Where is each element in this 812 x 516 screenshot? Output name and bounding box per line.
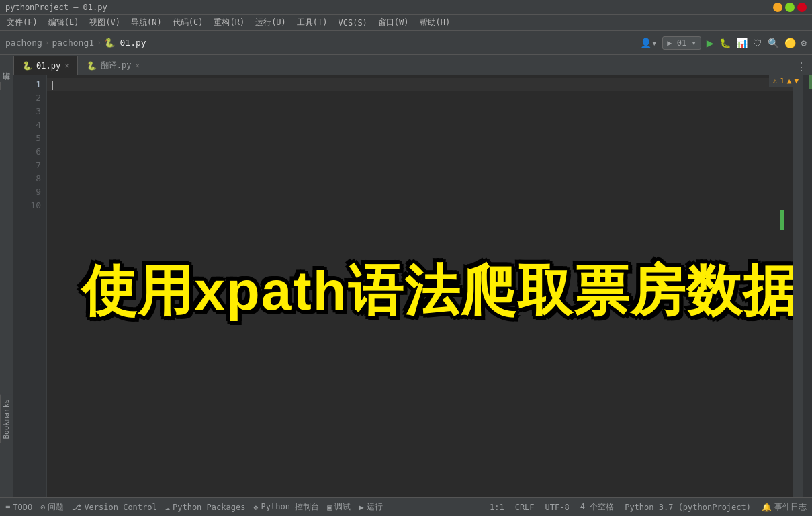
tab-icon-01py: 🐍 bbox=[22, 61, 32, 71]
tab-close-01py[interactable]: ✕ bbox=[64, 61, 69, 70]
line-number-9: 9 bbox=[36, 185, 41, 199]
debug-button[interactable]: 🐛 bbox=[719, 38, 731, 48]
tab-icon-fanyi: 🐍 bbox=[87, 61, 97, 71]
menu-edit[interactable]: 编辑(E) bbox=[44, 15, 83, 30]
toolbar-right: 👤▾ ▶ 01 ▾ ▶ 🐛 📊 🛡 🔍 🟡 ⚙ bbox=[640, 36, 807, 50]
status-run-label: 运行 bbox=[367, 501, 383, 513]
coverage-button[interactable]: 🛡 bbox=[753, 38, 762, 48]
status-run[interactable]: ▶ 运行 bbox=[359, 501, 382, 513]
menu-file[interactable]: 文件(F) bbox=[3, 15, 42, 30]
menu-run[interactable]: 运行(U) bbox=[251, 15, 290, 30]
menu-code[interactable]: 代码(C) bbox=[169, 15, 208, 30]
tab-close-fanyi[interactable]: ✕ bbox=[135, 61, 140, 70]
status-event-log[interactable]: 🔔 事件日志 bbox=[762, 501, 807, 513]
run-icon: ▶ bbox=[359, 503, 363, 512]
indent-label: 4 个空格 bbox=[580, 501, 614, 513]
code-line-2 bbox=[47, 91, 793, 105]
status-problems-label: 问题 bbox=[48, 501, 64, 513]
status-debug[interactable]: ▣ 调试 bbox=[327, 501, 351, 513]
menu-navigate[interactable]: 导航(N) bbox=[127, 15, 166, 30]
status-problems[interactable]: ⊘ 问题 bbox=[40, 501, 64, 513]
status-todo[interactable]: ≡ TODO bbox=[5, 503, 32, 512]
editor-area: ⚠ 1 ▲ ▼ 结构 Bookmarks 1 2 3 4 5 6 7 8 9 1… bbox=[0, 75, 812, 497]
breadcrumb: pachong › pachong1 › 🐍 01.py bbox=[5, 38, 146, 48]
code-line-6 bbox=[47, 145, 793, 159]
line-numbers: 1 2 3 4 5 6 7 8 9 10 bbox=[13, 75, 47, 497]
cursor bbox=[52, 81, 53, 90]
code-line-1 bbox=[47, 78, 793, 91]
tab-more-button[interactable]: ⋮ bbox=[793, 60, 809, 73]
close-button[interactable] bbox=[797, 3, 807, 12]
status-console[interactable]: ❖ Python 控制台 bbox=[253, 501, 319, 513]
code-editor[interactable]: 使用xpath语法爬取票房数据 bbox=[47, 75, 793, 497]
status-packages[interactable]: ☁ Python Packages bbox=[165, 503, 246, 512]
run-button[interactable]: ▶ bbox=[707, 36, 714, 50]
toolbar: pachong › pachong1 › 🐍 01.py 👤▾ ▶ 01 ▾ ▶… bbox=[0, 31, 812, 55]
menu-help[interactable]: 帮助(H) bbox=[416, 15, 455, 30]
warning-arrow-down[interactable]: ▼ bbox=[794, 77, 799, 85]
status-cursor-position[interactable]: 1:1 bbox=[490, 503, 504, 512]
avatar-icon[interactable]: 🟡 bbox=[784, 38, 796, 48]
status-encoding[interactable]: UTF-8 bbox=[545, 503, 570, 512]
breadcrumb-folder[interactable]: pachong1 bbox=[52, 38, 94, 48]
search-button[interactable]: 🔍 bbox=[768, 38, 779, 48]
run-highlight bbox=[780, 210, 784, 230]
line-number-8: 8 bbox=[36, 172, 41, 185]
code-line-3 bbox=[47, 105, 793, 118]
status-vcs-label: Version Control bbox=[84, 503, 156, 512]
warning-count: 1 bbox=[780, 77, 784, 85]
overlay-text: 使用xpath语法爬取票房数据 bbox=[81, 263, 793, 318]
profile-button[interactable]: 📊 bbox=[736, 38, 748, 48]
line-number-1: 1 bbox=[36, 78, 41, 91]
mini-map-indicator bbox=[809, 75, 812, 89]
status-bar: ≡ TODO ⊘ 问题 ⎇ Version Control ☁ Python P… bbox=[0, 497, 812, 516]
code-line-9 bbox=[47, 185, 793, 199]
line-number-6: 6 bbox=[36, 145, 41, 159]
tab-label-01py: 01.py bbox=[36, 61, 60, 71]
tab-label-fanyi: 翻译.py bbox=[101, 60, 132, 71]
warning-arrow-up[interactable]: ▲ bbox=[787, 77, 792, 85]
breadcrumb-project[interactable]: pachong bbox=[5, 38, 42, 48]
status-vcs[interactable]: ⎇ Version Control bbox=[72, 503, 156, 512]
menu-tools[interactable]: 工具(T) bbox=[293, 15, 332, 30]
status-indent[interactable]: 4 个空格 bbox=[580, 501, 614, 513]
minimize-button[interactable] bbox=[773, 3, 782, 12]
code-line-8 bbox=[47, 172, 793, 185]
console-icon: ❖ bbox=[253, 503, 258, 512]
user-icon[interactable]: 👤▾ bbox=[640, 38, 657, 48]
code-line-7 bbox=[47, 159, 793, 172]
status-interpreter[interactable]: Python 3.7 (pythonProject) bbox=[625, 503, 751, 512]
status-line-ending[interactable]: CRLF bbox=[515, 503, 535, 512]
line-number-4: 4 bbox=[36, 118, 41, 132]
breadcrumb-file[interactable]: 🐍 01.py bbox=[104, 38, 146, 48]
menu-refactor[interactable]: 重构(R) bbox=[210, 15, 249, 30]
tab-01py[interactable]: 🐍 01.py ✕ bbox=[13, 56, 78, 75]
run-config-button[interactable]: ▶ 01 ▾ bbox=[662, 36, 701, 50]
menu-vcs[interactable]: VCS(S) bbox=[334, 17, 371, 29]
cursor-position-label: 1:1 bbox=[490, 503, 504, 512]
status-todo-label: TODO bbox=[13, 503, 32, 512]
menu-bar: 文件(F) 编辑(E) 视图(V) 导航(N) 代码(C) 重构(R) 运行(U… bbox=[0, 15, 812, 31]
debug-icon: ▣ bbox=[327, 503, 332, 512]
mini-map bbox=[803, 75, 812, 497]
status-packages-label: Python Packages bbox=[173, 503, 245, 512]
menu-window[interactable]: 窗口(W) bbox=[374, 15, 413, 30]
line-number-10: 10 bbox=[30, 199, 41, 212]
right-scrollbar[interactable] bbox=[793, 75, 803, 497]
structure-tab[interactable]: 结构 bbox=[0, 82, 13, 90]
interpreter-label: Python 3.7 (pythonProject) bbox=[625, 503, 751, 512]
tab-fanyi[interactable]: 🐍 翻译.py ✕ bbox=[78, 56, 148, 75]
title-bar-left: pythonProject – 01.py bbox=[5, 3, 107, 12]
status-debug-label: 调试 bbox=[334, 501, 351, 513]
menu-view[interactable]: 视图(V) bbox=[85, 15, 124, 30]
code-line-10 bbox=[47, 199, 793, 212]
bookmarks-tab[interactable]: Bookmarks bbox=[0, 395, 12, 443]
line-number-7: 7 bbox=[36, 159, 41, 172]
window-controls[interactable] bbox=[773, 3, 807, 12]
maximize-button[interactable] bbox=[785, 3, 795, 12]
settings-icon[interactable]: ⚙ bbox=[801, 38, 807, 48]
code-content bbox=[47, 75, 793, 215]
code-line-4 bbox=[47, 118, 793, 132]
warning-indicator[interactable]: ⚠ 1 ▲ ▼ bbox=[769, 75, 803, 87]
warning-icon: ⚠ bbox=[773, 77, 778, 85]
